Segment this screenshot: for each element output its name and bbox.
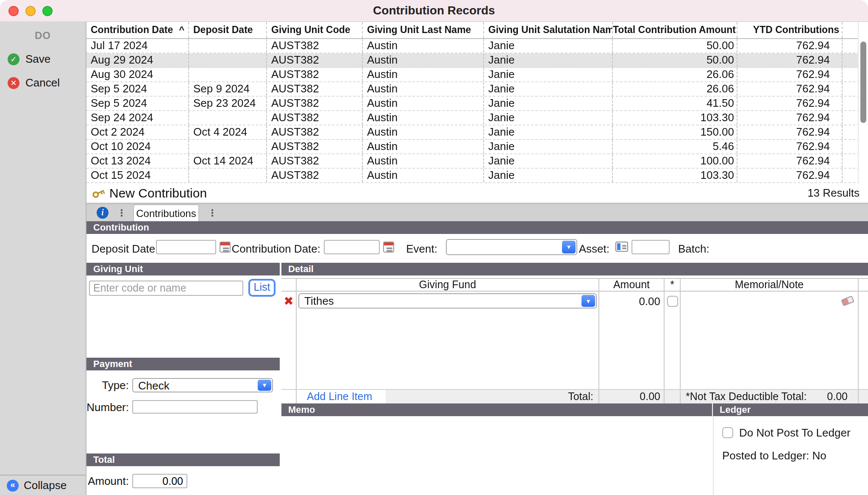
cell-contribution-date[interactable]: Aug 29 2024 — [86, 53, 189, 67]
cell-giving-unit-code[interactable]: AUST382 — [267, 68, 363, 81]
cell-ytd[interactable]: 762.94 — [737, 154, 843, 168]
line-amount-cell[interactable]: 0.00 — [599, 292, 665, 310]
cell-ytd[interactable]: 762.94 — [737, 68, 843, 81]
list-button[interactable]: List — [248, 279, 275, 297]
cell-last-name[interactable]: Austin — [363, 140, 484, 153]
cell-giving-unit-code[interactable]: AUST382 — [267, 97, 363, 110]
cell-amount[interactable]: 5.46 — [613, 140, 737, 153]
not-tax-deductible-checkbox[interactable] — [667, 295, 678, 306]
cancel-button[interactable]: ✕ Cancel — [8, 76, 86, 89]
cell-contribution-date[interactable]: Sep 5 2024 — [86, 97, 189, 110]
chevron-down-icon[interactable]: ▾ — [562, 241, 576, 253]
table-row[interactable]: Jul 17 2024 AUST382 Austin Janie 50.00 7… — [86, 39, 868, 53]
drag-handle-icon[interactable]: ⋮ — [208, 204, 217, 221]
total-amount-input[interactable] — [132, 474, 187, 488]
cell-giving-unit-code[interactable]: AUST382 — [267, 154, 363, 168]
table-row[interactable]: Oct 15 2024 AUST382 Austin Janie 103.30 … — [86, 169, 868, 183]
cell-deposit-date[interactable]: Sep 23 2024 — [189, 97, 267, 110]
cell-ytd[interactable]: 762.94 — [737, 39, 843, 53]
cell-salutation[interactable]: Janie — [484, 97, 613, 110]
memo-input[interactable] — [281, 416, 713, 495]
chevron-down-icon[interactable]: ▾ — [581, 295, 595, 307]
cell-amount[interactable]: 100.00 — [613, 154, 737, 168]
cell-ytd[interactable]: 762.94 — [737, 125, 843, 139]
cell-ytd[interactable]: 762.94 — [737, 53, 843, 67]
tab-contributions[interactable]: Contributions — [133, 204, 199, 221]
collapse-sidebar-button[interactable]: « Collapse — [0, 475, 86, 495]
cell-deposit-date[interactable] — [189, 111, 267, 125]
cell-giving-unit-code[interactable]: AUST382 — [267, 53, 363, 67]
table-scrollbar-thumb[interactable] — [860, 42, 866, 123]
cell-last-name[interactable]: Austin — [363, 53, 484, 67]
cell-giving-unit-code[interactable]: AUST382 — [267, 140, 363, 153]
info-icon[interactable]: i — [97, 207, 108, 219]
cell-giving-unit-code[interactable]: AUST382 — [267, 111, 363, 125]
cell-deposit-date[interactable]: Oct 14 2024 — [189, 154, 267, 168]
cell-giving-unit-code[interactable]: AUST382 — [267, 82, 363, 96]
cell-last-name[interactable]: Austin — [363, 68, 484, 81]
delete-line-icon[interactable]: ✖ — [281, 292, 296, 309]
cell-last-name[interactable]: Austin — [363, 82, 484, 96]
save-button[interactable]: ✓ Save — [8, 53, 86, 65]
cell-last-name[interactable]: Austin — [363, 125, 484, 139]
cell-contribution-date[interactable]: Oct 13 2024 — [86, 154, 189, 168]
cell-ytd[interactable]: 762.94 — [737, 82, 843, 96]
asset-input[interactable] — [632, 240, 670, 254]
chevron-down-icon[interactable]: ▾ — [258, 380, 271, 391]
cell-ytd[interactable]: 762.94 — [737, 111, 843, 125]
cell-salutation[interactable]: Janie — [484, 111, 613, 125]
table-row[interactable]: Sep 5 2024 Sep 23 2024 AUST382 Austin Ja… — [86, 97, 868, 111]
cell-giving-unit-code[interactable]: AUST382 — [267, 169, 363, 182]
cell-contribution-date[interactable]: Oct 10 2024 — [86, 140, 189, 153]
cell-giving-unit-code[interactable]: AUST382 — [267, 39, 363, 53]
cell-last-name[interactable]: Austin — [363, 39, 484, 53]
cell-amount[interactable]: 150.00 — [613, 125, 737, 139]
cell-contribution-date[interactable]: Jul 17 2024 — [86, 39, 189, 53]
delete-line-cell[interactable]: ✖ — [281, 292, 297, 310]
cell-amount[interactable]: 50.00 — [613, 53, 737, 67]
table-row[interactable]: Oct 10 2024 AUST382 Austin Janie 5.46 76… — [86, 140, 868, 154]
column-header-giving-unit-code[interactable]: Giving Unit Code — [267, 22, 363, 38]
table-row[interactable]: Sep 5 2024 Sep 9 2024 AUST382 Austin Jan… — [86, 82, 868, 97]
giving-unit-search-input[interactable] — [89, 280, 243, 295]
cell-salutation[interactable]: Janie — [484, 68, 613, 81]
cell-salutation[interactable]: Janie — [484, 140, 613, 153]
table-row[interactable]: Sep 24 2024 AUST382 Austin Janie 103.30 … — [86, 111, 868, 125]
cell-amount[interactable]: 103.30 — [613, 169, 737, 182]
cell-deposit-date[interactable]: Oct 4 2024 — [189, 125, 267, 139]
cell-ytd[interactable]: 762.94 — [737, 169, 843, 182]
column-header-salutation[interactable]: Giving Unit Salutation Name — [484, 22, 613, 38]
cell-salutation[interactable]: Janie — [484, 169, 613, 182]
table-row[interactable]: Oct 13 2024 Oct 14 2024 AUST382 Austin J… — [86, 154, 868, 169]
cell-contribution-date[interactable]: Sep 24 2024 — [86, 111, 189, 125]
cell-deposit-date[interactable]: Sep 9 2024 — [189, 82, 267, 96]
cell-last-name[interactable]: Austin — [363, 97, 484, 110]
calendar-icon[interactable] — [383, 242, 394, 253]
cell-last-name[interactable]: Austin — [363, 154, 484, 168]
event-select[interactable]: ▾ — [446, 239, 577, 255]
cell-salutation[interactable]: Janie — [484, 154, 613, 168]
table-scrollbar[interactable] — [858, 22, 868, 183]
cell-amount[interactable]: 26.06 — [613, 82, 737, 96]
contribution-date-input[interactable] — [324, 240, 380, 254]
eraser-icon[interactable] — [841, 295, 854, 306]
column-header-total-amount[interactable]: Total Contribution Amount — [613, 22, 737, 38]
cell-amount[interactable]: 103.30 — [613, 111, 737, 125]
giving-fund-select[interactable]: Tithes ▾ — [298, 293, 597, 309]
add-line-item-button[interactable]: Add Line Item — [297, 390, 386, 403]
cell-deposit-date[interactable] — [189, 39, 267, 53]
cell-contribution-date[interactable]: Oct 2 2024 — [86, 125, 189, 139]
cell-salutation[interactable]: Janie — [484, 82, 613, 96]
column-header-ytd[interactable]: YTD Contributions — [737, 22, 843, 38]
cell-contribution-date[interactable]: Oct 15 2024 — [86, 169, 189, 182]
cell-amount[interactable]: 26.06 — [613, 68, 737, 81]
memorial-note-cell[interactable] — [681, 292, 859, 310]
cell-giving-unit-code[interactable]: AUST382 — [267, 125, 363, 139]
cell-last-name[interactable]: Austin — [363, 111, 484, 125]
table-row[interactable]: Aug 30 2024 AUST382 Austin Janie 26.06 7… — [86, 68, 868, 82]
table-row-selected[interactable]: Aug 29 2024 AUST382 Austin Janie 50.00 7… — [86, 53, 868, 68]
cell-last-name[interactable]: Austin — [363, 169, 484, 182]
column-header-contribution-date[interactable]: Contribution Date^ — [86, 22, 189, 38]
cell-deposit-date[interactable] — [189, 53, 267, 67]
table-row[interactable]: Oct 2 2024 Oct 4 2024 AUST382 Austin Jan… — [86, 125, 868, 140]
